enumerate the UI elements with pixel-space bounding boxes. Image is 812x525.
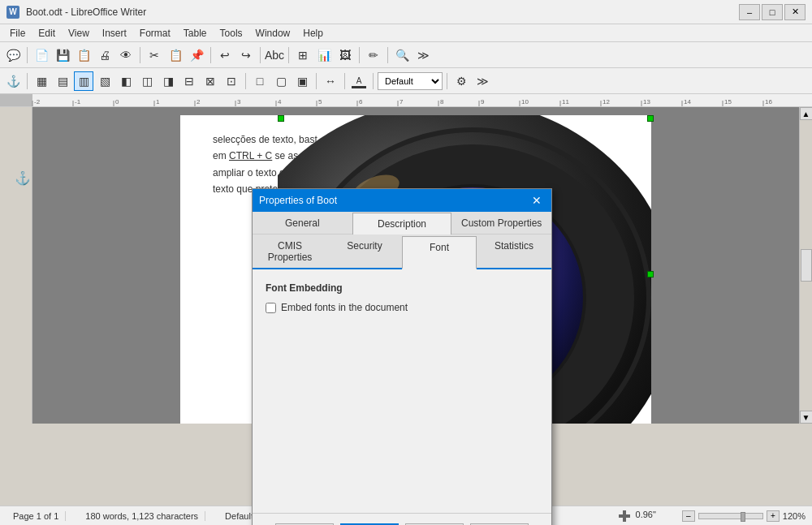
window-title: Boot.odt - LibreOffice Writer [26, 6, 146, 18]
zoom-thumb[interactable] [741, 512, 745, 522]
dialog-tabs-row1: General Description Custom Properties [253, 212, 551, 235]
svg-text:1: 1 [156, 98, 160, 105]
sep10 [316, 73, 317, 89]
svg-text:10: 10 [521, 98, 529, 105]
properties-btn[interactable]: ⚙ [451, 71, 471, 91]
tab-general[interactable]: General [253, 212, 352, 234]
print-btn[interactable]: 🖨 [95, 45, 114, 65]
close-button[interactable]: ✕ [784, 4, 806, 20]
wrap3-btn[interactable]: ▥ [74, 71, 93, 91]
border3-btn[interactable]: ▣ [292, 71, 312, 91]
zoom-in-btn[interactable]: + [767, 510, 780, 522]
new-btn[interactable]: 💬 [3, 45, 23, 65]
ruler: -2 -1 0 1 2 3 4 5 6 7 8 9 10 11 12 13 14… [0, 94, 812, 107]
properties-dialog: Properties of Boot ✕ General Description… [252, 188, 552, 525]
image-btn[interactable]: 🖼 [335, 45, 355, 65]
app-icon: W [6, 6, 19, 19]
sep2 [140, 47, 140, 63]
svg-text:9: 9 [481, 98, 485, 105]
align4-btn[interactable]: ⊟ [179, 71, 199, 91]
spellcheck-btn[interactable]: Abc [265, 45, 284, 65]
sep3 [210, 47, 211, 63]
menu-file[interactable]: File [3, 26, 32, 41]
tab-font[interactable]: Font [402, 236, 477, 269]
sep8 [27, 73, 28, 89]
toolbar-2: ⚓ ▦ ▤ ▥ ▧ ◧ ◫ ◨ ⊟ ⊠ ⊡ □ ▢ ▣ ↔ A Default … [0, 68, 812, 94]
toolbar-1: 💬 📄 💾 📋 🖨 👁 ✂ 📋 📌 ↩ ↪ Abc ⊞ 📊 🖼 ✏ 🔍 ≫ [0, 42, 812, 68]
menu-window[interactable]: Window [249, 26, 297, 41]
dialog-title: Properties of Boot [259, 195, 337, 206]
sep1 [27, 47, 28, 63]
copy-btn[interactable]: 📋 [166, 45, 185, 65]
sep7 [387, 47, 388, 63]
sep5 [288, 47, 289, 63]
wrap2-btn[interactable]: ▤ [53, 71, 72, 91]
align6-btn[interactable]: ⊡ [222, 71, 241, 91]
align3-btn[interactable]: ◨ [158, 71, 178, 91]
sep4 [260, 47, 261, 63]
svg-text:15: 15 [724, 98, 732, 105]
tab-statistics[interactable]: Statistics [477, 235, 551, 268]
tab-custom-properties[interactable]: Custom Properties [451, 212, 551, 234]
svg-text:5: 5 [318, 98, 322, 105]
zoom-out-btn[interactable]: – [682, 510, 695, 522]
title-bar: W Boot.odt - LibreOffice Writer – □ ✕ [0, 0, 812, 24]
align2-btn[interactable]: ◫ [137, 71, 157, 91]
window-controls: – □ ✕ [739, 4, 806, 20]
tab-description[interactable]: Description [352, 213, 452, 235]
tab-cmis[interactable]: CMIS Properties [253, 235, 327, 268]
maximize-button[interactable]: □ [762, 4, 783, 20]
save-btn[interactable]: 💾 [53, 45, 72, 65]
menu-bar: File Edit View Insert Format Table Tools… [0, 24, 812, 42]
preview-btn[interactable]: 👁 [116, 45, 136, 65]
dialog-close-btn[interactable]: ✕ [529, 192, 545, 209]
menu-view[interactable]: View [62, 26, 96, 41]
redo-btn[interactable]: ↪ [236, 45, 256, 65]
menu-format[interactable]: Format [133, 26, 177, 41]
svg-text:11: 11 [562, 98, 569, 105]
svg-text:14: 14 [684, 98, 691, 105]
sep11 [344, 73, 345, 89]
paste-btn[interactable]: 📌 [187, 45, 206, 65]
align5-btn[interactable]: ⊠ [201, 71, 220, 91]
more-btn[interactable]: ≫ [413, 45, 433, 65]
svg-text:12: 12 [603, 98, 610, 105]
zoom-slider[interactable] [698, 513, 763, 519]
menu-tools[interactable]: Tools [214, 26, 249, 41]
svg-text:16: 16 [765, 98, 772, 105]
cut-btn[interactable]: ✂ [145, 45, 164, 65]
embed-fonts-checkbox[interactable] [266, 303, 276, 313]
wrap1-btn[interactable]: ▦ [32, 71, 51, 91]
cursor-icon [619, 510, 630, 522]
more2-btn[interactable]: ≫ [473, 71, 492, 91]
find-btn[interactable]: 🔍 [392, 45, 412, 65]
style-combo[interactable]: Default [378, 72, 443, 90]
minimize-button[interactable]: – [739, 4, 760, 20]
sep9 [245, 73, 246, 89]
zoom-level: 120% [783, 511, 806, 521]
embed-fonts-row: Embed fonts in the document [266, 302, 538, 313]
menu-insert[interactable]: Insert [96, 26, 133, 41]
draw-btn[interactable]: ✏ [364, 45, 383, 65]
wrap4-btn[interactable]: ▧ [95, 71, 114, 91]
svg-text:6: 6 [359, 98, 363, 105]
chart-btn[interactable]: 📊 [314, 45, 334, 65]
menu-table[interactable]: Table [177, 26, 214, 41]
color-btn[interactable]: A [349, 71, 369, 91]
undo-btn[interactable]: ↩ [215, 45, 235, 65]
embed-fonts-label: Embed fonts in the document [281, 302, 408, 313]
border1-btn[interactable]: □ [250, 71, 270, 91]
pdf-btn[interactable]: 📋 [74, 45, 93, 65]
spacing-btn[interactable]: ↔ [321, 71, 340, 91]
sep12 [373, 73, 374, 89]
menu-edit[interactable]: Edit [32, 26, 62, 41]
border2-btn[interactable]: ▢ [271, 71, 291, 91]
table-btn[interactable]: ⊞ [293, 45, 313, 65]
open-btn[interactable]: 📄 [32, 45, 51, 65]
align1-btn[interactable]: ◧ [116, 71, 136, 91]
section-title: Font Embedding [266, 282, 538, 294]
svg-text:2: 2 [197, 98, 201, 105]
tab-security[interactable]: Security [327, 235, 402, 268]
anchor-btn[interactable]: ⚓ [3, 71, 23, 91]
menu-help[interactable]: Help [296, 26, 330, 41]
